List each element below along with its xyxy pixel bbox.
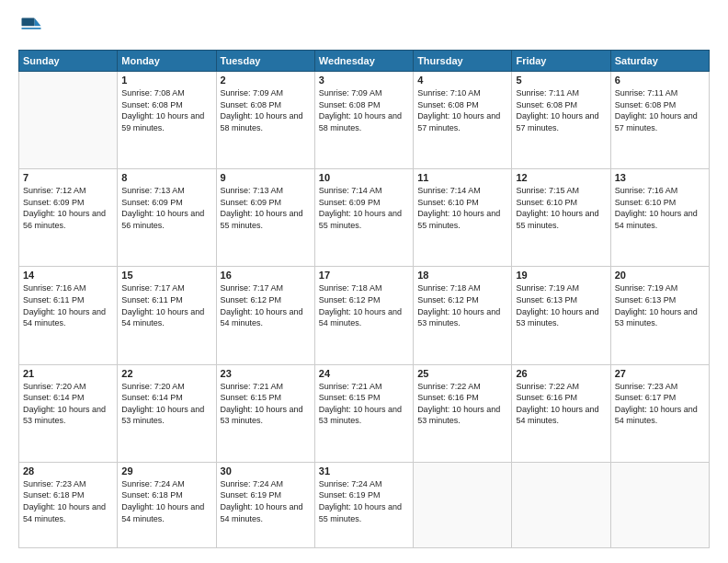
calendar-cell: 29Sunrise: 7:24 AMSunset: 6:18 PMDayligh…	[118, 462, 216, 547]
day-info: Sunrise: 7:16 AMSunset: 6:10 PMDaylight:…	[615, 185, 705, 231]
day-number: 22	[121, 368, 211, 379]
calendar-cell: 3Sunrise: 7:09 AMSunset: 6:08 PMDaylight…	[314, 72, 413, 169]
day-number: 9	[221, 172, 311, 183]
calendar-cell: 31Sunrise: 7:24 AMSunset: 6:19 PMDayligh…	[314, 462, 413, 547]
day-number: 14	[23, 270, 113, 281]
day-number: 20	[615, 270, 705, 281]
day-info: Sunrise: 7:08 AMSunset: 6:08 PMDaylight:…	[121, 87, 211, 133]
weekday-header-sunday: Sunday	[19, 51, 118, 72]
calendar-cell: 19Sunrise: 7:19 AMSunset: 6:13 PMDayligh…	[512, 267, 610, 364]
day-number: 16	[221, 270, 311, 281]
day-info: Sunrise: 7:12 AMSunset: 6:09 PMDaylight:…	[23, 185, 113, 231]
calendar-cell	[512, 462, 610, 547]
day-number: 23	[221, 368, 311, 379]
calendar-cell: 1Sunrise: 7:08 AMSunset: 6:08 PMDaylight…	[118, 72, 216, 169]
day-number: 31	[319, 465, 409, 477]
day-info: Sunrise: 7:15 AMSunset: 6:10 PMDaylight:…	[516, 185, 606, 231]
day-number: 2	[221, 75, 311, 86]
day-number: 29	[121, 465, 211, 477]
day-number: 21	[23, 368, 113, 379]
day-number: 12	[516, 172, 606, 183]
calendar-cell: 21Sunrise: 7:20 AMSunset: 6:14 PMDayligh…	[19, 364, 118, 462]
day-info: Sunrise: 7:09 AMSunset: 6:08 PMDaylight:…	[221, 87, 311, 133]
calendar-cell	[19, 72, 118, 169]
day-info: Sunrise: 7:22 AMSunset: 6:16 PMDaylight:…	[516, 381, 606, 427]
calendar-cell: 23Sunrise: 7:21 AMSunset: 6:15 PMDayligh…	[216, 364, 314, 462]
day-number: 5	[516, 75, 606, 86]
calendar-cell: 15Sunrise: 7:17 AMSunset: 6:11 PMDayligh…	[118, 267, 216, 364]
week-row-2: 7Sunrise: 7:12 AMSunset: 6:09 PMDaylight…	[19, 169, 710, 267]
day-info: Sunrise: 7:13 AMSunset: 6:09 PMDaylight:…	[121, 185, 211, 231]
day-info: Sunrise: 7:20 AMSunset: 6:14 PMDaylight:…	[121, 381, 211, 427]
calendar-cell: 17Sunrise: 7:18 AMSunset: 6:12 PMDayligh…	[314, 267, 413, 364]
calendar-cell: 27Sunrise: 7:23 AMSunset: 6:17 PMDayligh…	[610, 364, 709, 462]
calendar-cell: 30Sunrise: 7:24 AMSunset: 6:19 PMDayligh…	[216, 462, 314, 547]
calendar-cell: 18Sunrise: 7:18 AMSunset: 6:12 PMDayligh…	[414, 267, 512, 364]
day-info: Sunrise: 7:16 AMSunset: 6:11 PMDaylight:…	[23, 282, 113, 328]
day-number: 26	[516, 368, 606, 379]
day-number: 30	[221, 465, 311, 477]
day-number: 6	[615, 75, 705, 86]
day-info: Sunrise: 7:22 AMSunset: 6:16 PMDaylight:…	[417, 381, 507, 427]
weekday-header-tuesday: Tuesday	[216, 51, 314, 72]
calendar-cell: 12Sunrise: 7:15 AMSunset: 6:10 PMDayligh…	[512, 169, 610, 267]
day-number: 8	[121, 172, 211, 183]
calendar-cell	[610, 462, 709, 547]
day-number: 24	[319, 368, 409, 379]
calendar-cell: 14Sunrise: 7:16 AMSunset: 6:11 PMDayligh…	[19, 267, 118, 364]
calendar-cell: 2Sunrise: 7:09 AMSunset: 6:08 PMDaylight…	[216, 72, 314, 169]
day-number: 13	[615, 172, 705, 183]
calendar-header: SundayMondayTuesdayWednesdayThursdayFrid…	[19, 51, 710, 72]
week-row-4: 21Sunrise: 7:20 AMSunset: 6:14 PMDayligh…	[19, 364, 710, 462]
day-info: Sunrise: 7:13 AMSunset: 6:09 PMDaylight:…	[221, 185, 311, 231]
weekday-row: SundayMondayTuesdayWednesdayThursdayFrid…	[19, 51, 710, 72]
day-info: Sunrise: 7:18 AMSunset: 6:12 PMDaylight:…	[417, 282, 507, 328]
day-info: Sunrise: 7:24 AMSunset: 6:18 PMDaylight:…	[121, 478, 211, 524]
day-number: 27	[615, 368, 705, 379]
calendar-cell: 11Sunrise: 7:14 AMSunset: 6:10 PMDayligh…	[414, 169, 512, 267]
logo-icon	[18, 15, 44, 40]
calendar-cell: 20Sunrise: 7:19 AMSunset: 6:13 PMDayligh…	[610, 267, 709, 364]
day-number: 10	[319, 172, 409, 183]
day-info: Sunrise: 7:09 AMSunset: 6:08 PMDaylight:…	[319, 87, 409, 133]
day-info: Sunrise: 7:17 AMSunset: 6:11 PMDaylight:…	[121, 282, 211, 328]
day-info: Sunrise: 7:14 AMSunset: 6:09 PMDaylight:…	[319, 185, 409, 231]
calendar-cell: 5Sunrise: 7:11 AMSunset: 6:08 PMDaylight…	[512, 72, 610, 169]
day-info: Sunrise: 7:18 AMSunset: 6:12 PMDaylight:…	[319, 282, 409, 328]
calendar-cell: 10Sunrise: 7:14 AMSunset: 6:09 PMDayligh…	[314, 169, 413, 267]
day-info: Sunrise: 7:23 AMSunset: 6:18 PMDaylight:…	[23, 478, 113, 524]
day-number: 4	[417, 75, 507, 86]
day-number: 15	[121, 270, 211, 281]
day-info: Sunrise: 7:19 AMSunset: 6:13 PMDaylight:…	[615, 282, 705, 328]
day-info: Sunrise: 7:24 AMSunset: 6:19 PMDaylight:…	[319, 478, 409, 524]
weekday-header-friday: Friday	[512, 51, 610, 72]
calendar: SundayMondayTuesdayWednesdayThursdayFrid…	[18, 50, 710, 548]
week-row-1: 1Sunrise: 7:08 AMSunset: 6:08 PMDaylight…	[19, 72, 710, 169]
day-info: Sunrise: 7:19 AMSunset: 6:13 PMDaylight:…	[516, 282, 606, 328]
calendar-cell: 26Sunrise: 7:22 AMSunset: 6:16 PMDayligh…	[512, 364, 610, 462]
day-number: 3	[319, 75, 409, 86]
day-info: Sunrise: 7:23 AMSunset: 6:17 PMDaylight:…	[615, 381, 705, 427]
page: SundayMondayTuesdayWednesdayThursdayFrid…	[0, 0, 728, 563]
calendar-cell: 8Sunrise: 7:13 AMSunset: 6:09 PMDaylight…	[118, 169, 216, 267]
calendar-cell	[414, 462, 512, 547]
calendar-cell: 7Sunrise: 7:12 AMSunset: 6:09 PMDaylight…	[19, 169, 118, 267]
calendar-cell: 9Sunrise: 7:13 AMSunset: 6:09 PMDaylight…	[216, 169, 314, 267]
calendar-cell: 24Sunrise: 7:21 AMSunset: 6:15 PMDayligh…	[314, 364, 413, 462]
day-number: 17	[319, 270, 409, 281]
calendar-cell: 16Sunrise: 7:17 AMSunset: 6:12 PMDayligh…	[216, 267, 314, 364]
svg-rect-1	[22, 18, 35, 27]
header	[18, 15, 710, 40]
day-number: 7	[23, 172, 113, 183]
svg-rect-2	[22, 28, 41, 29]
svg-marker-0	[35, 18, 41, 27]
weekday-header-thursday: Thursday	[414, 51, 512, 72]
week-row-3: 14Sunrise: 7:16 AMSunset: 6:11 PMDayligh…	[19, 267, 710, 364]
day-info: Sunrise: 7:20 AMSunset: 6:14 PMDaylight:…	[23, 381, 113, 427]
day-info: Sunrise: 7:21 AMSunset: 6:15 PMDaylight:…	[319, 381, 409, 427]
calendar-cell: 13Sunrise: 7:16 AMSunset: 6:10 PMDayligh…	[610, 169, 709, 267]
day-info: Sunrise: 7:11 AMSunset: 6:08 PMDaylight:…	[516, 87, 606, 133]
calendar-cell: 25Sunrise: 7:22 AMSunset: 6:16 PMDayligh…	[414, 364, 512, 462]
weekday-header-wednesday: Wednesday	[314, 51, 413, 72]
day-number: 11	[417, 172, 507, 183]
